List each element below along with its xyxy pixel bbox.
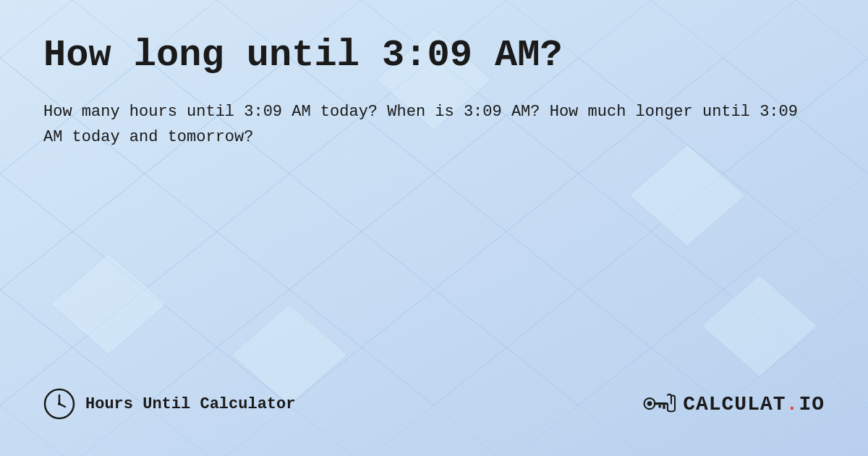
calculat-name: CALCULAT (683, 393, 786, 415)
svg-rect-55 (654, 402, 667, 405)
footer-brand: Hours Until Calculator (43, 388, 295, 420)
svg-rect-57 (659, 405, 661, 408)
svg-point-52 (58, 402, 61, 405)
footer: Hours Until Calculator CALCULAT.IO (43, 388, 825, 427)
svg-point-54 (647, 401, 652, 406)
calculat-tld: IO (799, 393, 825, 415)
calculat-text: CALCULAT.IO (683, 393, 825, 415)
svg-rect-56 (663, 405, 665, 409)
page-description: How many hours until 3:09 AM today? When… (43, 99, 825, 150)
footer-brand-text: Hours Until Calculator (85, 395, 295, 413)
calculat-dot: . (786, 393, 799, 415)
clock-icon (43, 388, 75, 420)
page-title: How long until 3:09 AM? (43, 35, 825, 76)
calculat-brand-icon (642, 389, 678, 418)
calculat-logo: CALCULAT.IO (642, 389, 825, 418)
